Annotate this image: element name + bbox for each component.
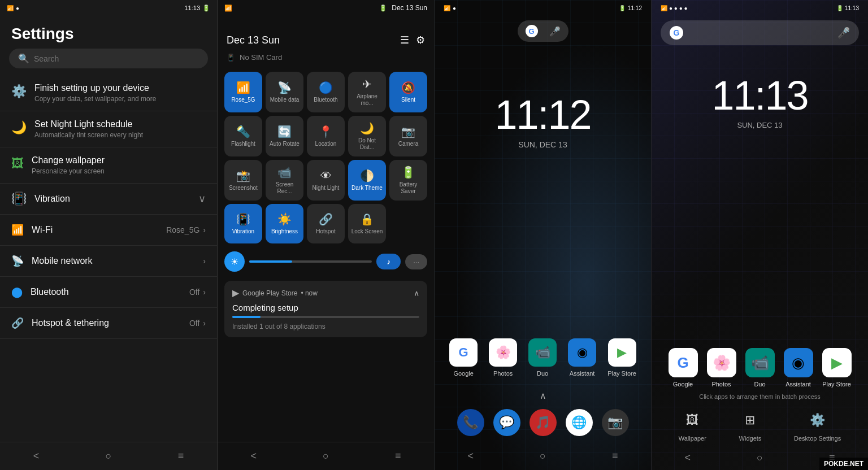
tile-auto-rotate[interactable]: 🔄 Auto Rotate bbox=[266, 116, 303, 156]
home-app-playstore-icon: ▶ bbox=[822, 348, 852, 377]
bluetooth-setting[interactable]: ⬤ Bluetooth Off › bbox=[0, 277, 217, 308]
notif-time: • now bbox=[301, 289, 318, 297]
wallpaper-icon: 🖼 bbox=[11, 156, 24, 171]
tile-lock-screen-icon: 🔒 bbox=[360, 212, 374, 226]
music-play-button[interactable]: ♪ bbox=[376, 254, 401, 269]
lock-signal-icon: ● bbox=[453, 5, 456, 11]
lock-app-duo[interactable]: 📹 Duo bbox=[528, 338, 557, 377]
home-action-wallpaper[interactable]: 🖼 Wallpaper bbox=[679, 408, 706, 442]
lock-phone-icon[interactable]: 📞 bbox=[457, 409, 484, 436]
lock-messages-icon[interactable]: 💬 bbox=[493, 409, 520, 436]
home-action-desktop-settings[interactable]: ⚙️ Desktop Settings bbox=[794, 408, 841, 442]
tile-hotspot[interactable]: 🔗 Hotspot bbox=[307, 204, 345, 243]
home-status-time: 11:13 bbox=[845, 5, 859, 11]
notif-header: ▶ Google Play Store • now ∧ bbox=[232, 288, 419, 298]
tile-airplane[interactable]: ✈ Airplane mo... bbox=[348, 72, 386, 112]
bluetooth-label: Bluetooth bbox=[31, 287, 189, 297]
lock-wifi-icon: 📶 bbox=[444, 5, 450, 11]
home-mic-icon[interactable]: 🎤 bbox=[837, 27, 850, 39]
lock-search-bar[interactable]: G 🎤 bbox=[518, 20, 568, 42]
home-wallpaper-label: Wallpaper bbox=[679, 435, 706, 442]
quick-home-button[interactable]: ○ bbox=[323, 450, 329, 462]
tile-flashlight-label: Flashlight bbox=[231, 141, 255, 147]
tile-wifi[interactable]: 📶 Rose_5G bbox=[224, 72, 262, 112]
mobile-setting[interactable]: 📡 Mobile network › bbox=[0, 246, 217, 277]
search-input[interactable] bbox=[34, 54, 199, 63]
back-button[interactable]: < bbox=[33, 450, 40, 462]
quick-status-right: 🔋 Dec 13 Sun bbox=[379, 4, 427, 12]
brightness-sun-button[interactable]: ☀ bbox=[224, 251, 245, 272]
wifi-setting[interactable]: 📶 Wi-Fi Rose_5G › bbox=[0, 215, 217, 246]
tile-vibration-icon: 📳 bbox=[236, 212, 250, 226]
brightness-fill bbox=[249, 260, 292, 263]
lock-recents-button[interactable]: ≡ bbox=[612, 450, 618, 462]
home-home-button[interactable]: ○ bbox=[757, 452, 763, 464]
notif-collapse-button[interactable]: ∧ bbox=[414, 289, 419, 298]
lock-app-photos[interactable]: 🌸 Photos bbox=[489, 338, 517, 377]
lock-app-google[interactable]: G Google bbox=[449, 338, 478, 377]
tile-location[interactable]: 📍 Location bbox=[307, 116, 345, 156]
quick-gear-icon[interactable]: ⚙ bbox=[416, 34, 425, 46]
vibration-row[interactable]: 📳 Vibration ∨ bbox=[0, 184, 217, 215]
lock-mic-icon[interactable]: 🎤 bbox=[549, 26, 561, 37]
lock-time: 11:12 bbox=[494, 92, 591, 138]
lock-back-button[interactable]: < bbox=[468, 450, 474, 462]
wallpaper-item[interactable]: 🖼 Change wallpaper Personalize your scre… bbox=[0, 147, 217, 184]
tile-silent[interactable]: 🔕 Silent bbox=[389, 72, 427, 112]
night-light-item[interactable]: 🌙 Set Night Light schedule Automatically… bbox=[0, 111, 217, 147]
tile-mobile-data[interactable]: 📡 Mobile data bbox=[266, 72, 303, 112]
notification-card[interactable]: ▶ Google Play Store • now ∧ Completing s… bbox=[224, 281, 427, 337]
home-app-playstore[interactable]: ▶ Play Store bbox=[822, 348, 852, 388]
home-app-duo[interactable]: 📹 Duo bbox=[745, 348, 775, 388]
finish-setup-item[interactable]: ⚙️ Finish setting up your device Copy yo… bbox=[0, 75, 217, 111]
notif-progress-bar bbox=[232, 316, 419, 318]
lock-app-playstore[interactable]: ▶ Play Store bbox=[607, 338, 636, 377]
home-search-bar[interactable]: G 🎤 bbox=[661, 20, 859, 45]
lock-music-icon[interactable]: 🎵 bbox=[530, 409, 557, 436]
tile-silent-icon: 🔕 bbox=[401, 81, 415, 94]
tile-vibration[interactable]: 📳 Vibration bbox=[224, 204, 262, 243]
home-app-photos[interactable]: 🌸 Photos bbox=[707, 348, 736, 388]
notif-app-name: Google Play Store bbox=[242, 289, 297, 297]
tile-dnd[interactable]: 🌙 Do Not Dist... bbox=[348, 116, 386, 156]
vibration-chevron-icon: ∨ bbox=[198, 193, 206, 205]
tile-lock-screen[interactable]: 🔒 Lock Screen bbox=[348, 204, 386, 243]
tile-dark-theme[interactable]: 🌓 Dark Theme bbox=[348, 160, 386, 201]
lock-app-assistant[interactable]: ◉ Assistant bbox=[568, 338, 596, 377]
tile-screenshot[interactable]: 📸 Screenshot bbox=[224, 160, 262, 201]
hotspot-setting[interactable]: 🔗 Hotspot & tethering Off › bbox=[0, 308, 217, 339]
hotspot-value: Off bbox=[189, 319, 199, 328]
lock-home-button[interactable]: ○ bbox=[540, 450, 546, 462]
brightness-slider[interactable] bbox=[249, 260, 372, 263]
home-button[interactable]: ○ bbox=[106, 450, 112, 462]
home-app-assistant[interactable]: ◉ Assistant bbox=[784, 348, 813, 388]
home-bottom-actions: 🖼 Wallpaper ⊞ Widgets ⚙️ Desktop Setting… bbox=[652, 403, 868, 445]
tile-camera[interactable]: 📷 Camera bbox=[389, 116, 427, 156]
settings-search-bar[interactable]: 🔍 bbox=[9, 49, 208, 68]
quick-back-button[interactable]: < bbox=[251, 450, 257, 462]
tile-screenshot-icon: 📸 bbox=[236, 169, 250, 182]
tile-bluetooth[interactable]: 🔵 Bluetooth bbox=[307, 72, 345, 112]
quick-recents-button[interactable]: ≡ bbox=[395, 450, 401, 462]
lock-google-icon: G bbox=[526, 25, 538, 37]
home-back-button[interactable]: < bbox=[685, 452, 691, 464]
tile-night-light[interactable]: 👁 Night Light bbox=[307, 160, 345, 201]
hotspot-chevron-icon: › bbox=[203, 319, 206, 328]
settings-status-time: 11:13 bbox=[184, 5, 200, 11]
tile-screen-rec[interactable]: 📹 Screen Rec... bbox=[266, 160, 303, 201]
lock-chrome-icon[interactable]: 🌐 bbox=[566, 409, 593, 436]
home-app-google-icon: G bbox=[669, 348, 698, 377]
tile-battery-saver[interactable]: 🔋 Battery Saver bbox=[389, 160, 427, 201]
lock-bottom-nav: < ○ ≡ bbox=[435, 442, 651, 470]
lock-camera-icon[interactable]: 📷 bbox=[602, 409, 629, 436]
quick-edit-icon[interactable]: ☰ bbox=[400, 34, 409, 46]
tile-flashlight[interactable]: 🔦 Flashlight bbox=[224, 116, 262, 156]
mobile-label: Mobile network bbox=[32, 256, 203, 266]
tile-brightness[interactable]: ☀️ Brightness bbox=[266, 204, 303, 243]
recents-button[interactable]: ≡ bbox=[178, 450, 184, 462]
home-action-widgets[interactable]: ⊞ Widgets bbox=[737, 408, 762, 442]
lock-app-google-label: Google bbox=[453, 370, 473, 377]
lock-date: SUN, DEC 13 bbox=[518, 140, 567, 149]
tile-auto-rotate-icon: 🔄 bbox=[277, 125, 292, 138]
home-app-google[interactable]: G Google bbox=[669, 348, 698, 388]
